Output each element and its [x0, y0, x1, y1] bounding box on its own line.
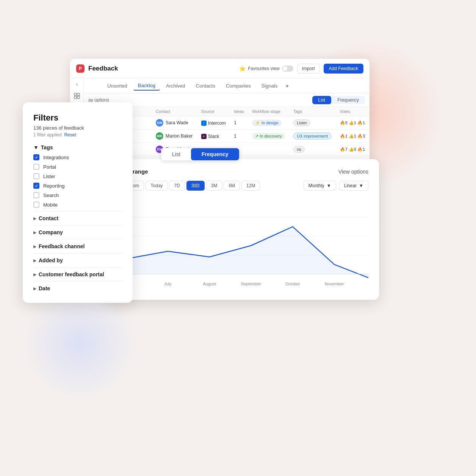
list-view-button[interactable]: List: [312, 96, 332, 104]
toggle-switch[interactable]: [282, 66, 293, 72]
tab-backlog[interactable]: Backlog: [133, 81, 160, 91]
filters-title: Filters: [33, 113, 122, 123]
ideas-1: 1: [230, 116, 248, 130]
add-tab-icon[interactable]: ✦: [285, 83, 290, 89]
contact-name-1: Sara Wade: [166, 120, 188, 125]
view-selects: Monthly ▼ Linear ▼: [304, 181, 368, 191]
label-date: Date: [39, 285, 50, 291]
filter-item-lister[interactable]: Lister: [33, 173, 122, 179]
filter-added-by[interactable]: ▶ Added by: [33, 253, 122, 267]
favourites-label: Favourites view: [248, 66, 279, 71]
filter-label-search: Search: [43, 193, 59, 198]
app-topbar: P Feedback ⭐ Favourites view Import Add …: [70, 59, 370, 78]
contact-name-2: Marion Baker: [166, 133, 193, 139]
checkbox-search[interactable]: [33, 192, 39, 198]
filter-item-search[interactable]: Search: [33, 192, 122, 198]
tab-companies[interactable]: Companies: [221, 81, 255, 90]
tag-badge-3: ns: [293, 146, 305, 153]
filter-item-reporting[interactable]: Reporting: [33, 183, 122, 189]
view-toggle: List Frequency: [312, 96, 365, 104]
tab-contacts[interactable]: Contacts: [191, 81, 220, 90]
x-label-november: November: [325, 282, 344, 286]
app-title: Feedback: [88, 65, 239, 72]
btn-today[interactable]: Today: [146, 181, 168, 191]
filter-item-integrations[interactable]: Integrations: [33, 154, 122, 160]
add-feedback-button[interactable]: Add Feedback: [324, 64, 363, 74]
toggle-frequency-button[interactable]: Frequency: [191, 148, 239, 160]
btn-6m[interactable]: 6M: [224, 181, 240, 191]
slack-icon: #: [201, 134, 207, 139]
intercom-icon: i: [201, 121, 207, 126]
tag-badge-1: Lister: [293, 119, 310, 126]
filters-count: 136 pieces of feedback: [33, 125, 122, 131]
view-options-label: View options: [338, 169, 368, 175]
label-feedback-channel: Feedback channel: [39, 243, 85, 249]
contact-cell-2: MB Marion Baker: [156, 132, 194, 140]
filter-company[interactable]: ▶ Company: [33, 225, 122, 239]
filter-label-reporting: Reporting: [43, 183, 64, 189]
btn-3m[interactable]: 3M: [206, 181, 222, 191]
x-label-august: August: [203, 282, 216, 286]
ideas-2: 1: [230, 130, 248, 143]
chart-controls: Custom Today 7D 30D 3M 6M 12M Monthly ▼ …: [119, 181, 368, 191]
filter-item-mobile[interactable]: Mobile: [33, 202, 122, 208]
sidebar-collapse-icon[interactable]: »: [76, 82, 78, 86]
toggle-list-button[interactable]: List: [161, 148, 191, 160]
svg-rect-2: [74, 96, 77, 99]
x-label-september: September: [241, 282, 261, 286]
linear-label: Linear: [344, 183, 357, 188]
filter-feedback-channel[interactable]: ▶ Feedback channel: [33, 239, 122, 253]
btn-7d[interactable]: 7D: [169, 181, 185, 191]
date-range-buttons: Custom Today 7D 30D 3M 6M 12M: [119, 181, 260, 191]
tags-section[interactable]: ▼ Tags: [33, 144, 122, 150]
col-source: Source: [197, 107, 230, 116]
filter-label-lister: Lister: [43, 174, 55, 179]
monthly-label: Monthly: [308, 183, 324, 188]
filter-item-portal[interactable]: Portal: [33, 164, 122, 170]
sidebar-icon-1[interactable]: [73, 92, 81, 100]
linear-select[interactable]: Linear ▼: [339, 181, 368, 191]
tags-label: Tags: [41, 144, 53, 150]
monthly-select[interactable]: Monthly ▼: [304, 181, 336, 191]
label-contact: Contact: [39, 215, 58, 221]
btn-30d[interactable]: 30D: [186, 181, 205, 191]
tag-badge-2: UX improvement: [293, 133, 331, 139]
workflow-badge-1: ⚡ In design: [252, 120, 282, 126]
arrow-contact: ▶: [33, 216, 36, 221]
checkbox-mobile[interactable]: [33, 202, 39, 208]
tab-archived[interactable]: Archived: [161, 81, 190, 90]
arrow-date: ▶: [33, 287, 36, 291]
favourites-toggle: ⭐ Favourites view: [239, 66, 293, 72]
contact-cell-1: SW Sara Wade: [156, 119, 194, 127]
votes-1: 🔥5 👍1 🔥1: [340, 121, 365, 125]
app-logo: P: [76, 64, 85, 73]
applied-label: 1 filter applied: [33, 132, 62, 138]
reset-link[interactable]: Reset: [64, 132, 76, 138]
checkbox-integrations[interactable]: [33, 154, 39, 160]
filters-panel: Filters 136 pieces of feedback 1 filter …: [23, 102, 133, 303]
filter-contact[interactable]: ▶ Contact: [33, 211, 122, 225]
frequency-view-button[interactable]: Frequency: [331, 96, 365, 104]
checkbox-lister[interactable]: [33, 173, 39, 179]
tab-unsorted[interactable]: Unsorted: [103, 81, 132, 90]
votes-2: 🔥1 👍1 🔥3: [340, 134, 365, 138]
x-label-july: July: [164, 282, 172, 286]
label-added-by: Added by: [39, 257, 63, 263]
topbar-right: ⭐ Favourites view Import Add Feedback: [239, 64, 363, 74]
source-label-2: Slack: [208, 134, 219, 139]
filter-date[interactable]: ▶ Date: [33, 281, 122, 295]
import-button[interactable]: Import: [297, 64, 320, 74]
filter-customer-portal[interactable]: ▶ Customer feedback portal: [33, 267, 122, 281]
checkbox-portal[interactable]: [33, 164, 39, 170]
col-tags: Tags: [290, 107, 336, 116]
tab-signals[interactable]: Signals: [257, 81, 282, 90]
checkbox-reporting[interactable]: [33, 183, 39, 189]
chart-svg-container: June July August September October Novem…: [119, 198, 368, 291]
btn-12m[interactable]: 12M: [241, 181, 260, 191]
filter-label-mobile: Mobile: [43, 202, 58, 208]
arrow-company: ▶: [33, 230, 36, 235]
x-label-october: October: [285, 282, 300, 286]
filter-label-integrations: Integrations: [43, 155, 69, 160]
tags-arrow: ▼: [33, 144, 39, 150]
chart-header: Date range View options: [119, 168, 368, 175]
